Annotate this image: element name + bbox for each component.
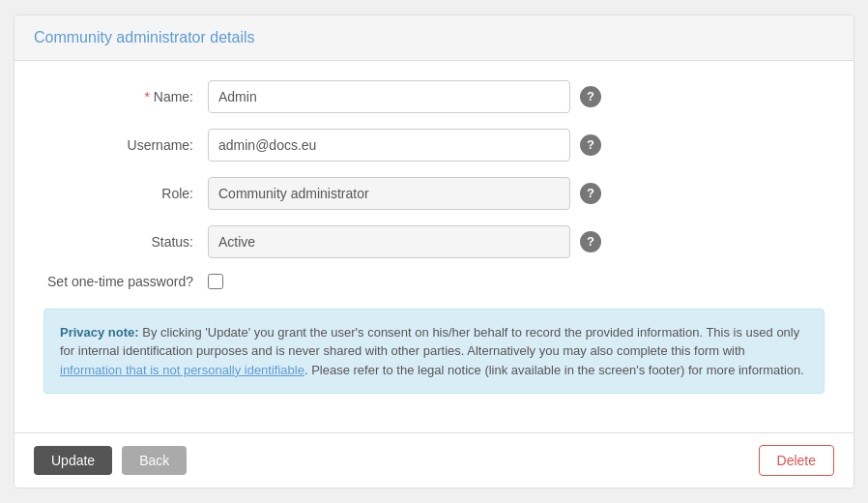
card-footer: Update Back Delete bbox=[14, 432, 854, 488]
role-field-group: Role: ? bbox=[43, 177, 825, 210]
name-label: * Name: bbox=[43, 89, 208, 104]
card-body: * Name: ? Username: ? Role: ? Status: ? … bbox=[14, 61, 854, 433]
username-label: Username: bbox=[43, 137, 208, 153]
role-help-icon[interactable]: ? bbox=[580, 183, 601, 204]
footer-left-actions: Update Back bbox=[34, 446, 187, 475]
username-input[interactable] bbox=[208, 129, 570, 162]
status-field-group: Status: ? bbox=[43, 225, 825, 258]
otp-label: Set one-time password? bbox=[43, 274, 208, 289]
status-input bbox=[208, 225, 570, 258]
otp-group: Set one-time password? bbox=[43, 274, 825, 289]
update-button[interactable]: Update bbox=[34, 446, 112, 475]
name-field-group: * Name: ? bbox=[43, 80, 825, 113]
card-title: Community administrator details bbox=[34, 29, 255, 45]
delete-button[interactable]: Delete bbox=[759, 445, 834, 476]
community-admin-details-card: Community administrator details * Name: … bbox=[14, 15, 854, 489]
otp-checkbox[interactable] bbox=[208, 274, 223, 289]
role-label: Role: bbox=[43, 186, 208, 201]
privacy-note: Privacy note: By clicking 'Update' you g… bbox=[43, 309, 825, 395]
privacy-note-text1: By clicking 'Update' you grant the user'… bbox=[60, 325, 799, 359]
role-input bbox=[208, 177, 570, 210]
card-header: Community administrator details bbox=[14, 15, 854, 61]
name-input[interactable] bbox=[208, 80, 570, 113]
privacy-note-text2: . Please refer to the legal notice (link… bbox=[304, 363, 804, 377]
required-star: * bbox=[144, 89, 153, 104]
name-help-icon[interactable]: ? bbox=[580, 86, 601, 107]
status-help-icon[interactable]: ? bbox=[580, 231, 601, 252]
privacy-note-bold: Privacy note: bbox=[60, 325, 139, 340]
username-field-group: Username: ? bbox=[43, 129, 825, 162]
status-label: Status: bbox=[43, 234, 208, 250]
username-help-icon[interactable]: ? bbox=[580, 134, 601, 156]
privacy-note-link[interactable]: information that is not personally ident… bbox=[60, 363, 304, 377]
back-button[interactable]: Back bbox=[122, 446, 187, 475]
